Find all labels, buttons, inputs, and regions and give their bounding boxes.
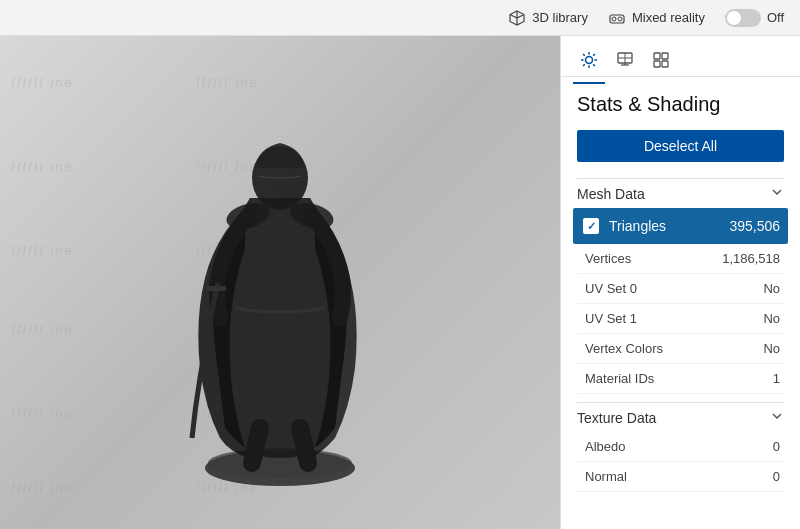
cube-icon [508,9,526,27]
uvset0-label: UV Set 0 [585,281,763,296]
material-ids-value: 1 [773,371,780,386]
watermark: IIIIII ine [11,243,74,258]
triangles-label: Triangles [609,218,729,234]
vr-icon [608,9,626,27]
vertices-row: Vertices 1,186,518 [577,244,784,274]
svg-rect-25 [654,61,660,67]
vertex-colors-label: Vertex Colors [585,341,763,356]
watermark: IIIIII ine [11,159,74,174]
toggle-off-label: Off [767,10,784,25]
texture-section-header[interactable]: Texture Data [577,402,784,432]
mesh-section-title: Mesh Data [577,186,645,202]
triangles-checkbox[interactable] [581,216,601,236]
svg-rect-24 [662,53,668,59]
watermark: IIIIII ine [11,75,74,90]
tab-grid[interactable] [645,44,677,76]
normal-value: 0 [773,469,780,484]
svg-point-1 [612,17,616,21]
watermark: IIIIII ine [11,322,74,337]
albedo-value: 0 [773,439,780,454]
watermark: IIIIII ine [11,480,74,495]
uvset1-label: UV Set 1 [585,311,763,326]
mixed-reality-toggle[interactable] [725,9,761,27]
panel-tabs [561,36,800,77]
triangles-value: 395,506 [729,218,780,234]
material-ids-label: Material IDs [585,371,773,386]
uvset0-row: UV Set 0 No [577,274,784,304]
svg-point-9 [586,57,593,64]
checkbox-checked-icon [583,218,599,234]
library-label: 3D library [532,10,588,25]
toggle-knob [727,11,741,25]
texture-section: Texture Data Albedo 0 Normal 0 [577,402,784,492]
svg-line-15 [593,64,595,66]
right-panel: Stats & Shading Deselect All Mesh Data [560,36,800,529]
panel-content: Stats & Shading Deselect All Mesh Data [561,77,800,529]
svg-line-17 [583,64,585,66]
main-area: IIIIII ine IIIIII ine IIIIII ine IIIIII … [0,36,800,529]
toggle-container[interactable]: Off [725,9,784,27]
svg-line-14 [583,54,585,56]
model-svg [170,68,390,498]
vertex-colors-row: Vertex Colors No [577,334,784,364]
albedo-label: Albedo [585,439,773,454]
vertex-colors-value: No [763,341,780,356]
watermark: IIIIII ine [11,406,74,421]
mesh-chevron-icon [770,185,784,202]
svg-rect-26 [662,61,668,67]
uvset1-row: UV Set 1 No [577,304,784,334]
texture-section-title: Texture Data [577,410,656,426]
uvset0-value: No [763,281,780,296]
triangles-row[interactable]: Triangles 395,506 [573,208,788,244]
topbar: 3D library Mixed reality Off [0,0,800,36]
deselect-all-button[interactable]: Deselect All [577,130,784,162]
3d-model [130,58,430,508]
texture-chevron-icon [770,409,784,426]
tab-display[interactable] [609,44,641,76]
svg-rect-8 [206,286,226,291]
vertices-value: 1,186,518 [722,251,780,266]
normal-row: Normal 0 [577,462,784,492]
normal-label: Normal [585,469,773,484]
uvset1-value: No [763,311,780,326]
svg-point-2 [618,17,622,21]
mixed-reality-button[interactable]: Mixed reality [608,9,705,27]
viewport[interactable]: IIIIII ine IIIIII ine IIIIII ine IIIIII … [0,36,560,529]
svg-line-16 [593,54,595,56]
library-button[interactable]: 3D library [508,9,588,27]
mesh-section-header[interactable]: Mesh Data [577,178,784,208]
vertices-label: Vertices [585,251,722,266]
material-ids-row: Material IDs 1 [577,364,784,394]
svg-rect-23 [654,53,660,59]
albedo-row: Albedo 0 [577,432,784,462]
tab-sun[interactable] [573,44,605,76]
mesh-section: Mesh Data Triangles 395,506 [577,178,784,394]
panel-title: Stats & Shading [577,93,784,116]
mixed-reality-label: Mixed reality [632,10,705,25]
